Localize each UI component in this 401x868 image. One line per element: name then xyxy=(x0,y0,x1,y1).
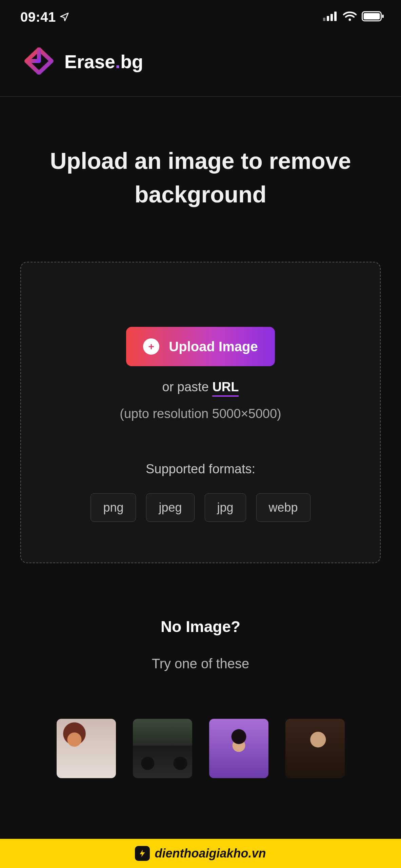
brand-name: Erase.bg xyxy=(64,51,143,73)
no-image-title: No Image? xyxy=(17,617,384,636)
battery-icon xyxy=(362,11,384,23)
format-list: png jpeg jpg webp xyxy=(35,493,366,522)
format-chip-jpeg: jpeg xyxy=(146,493,194,522)
plus-icon: + xyxy=(143,338,159,355)
sample-thumb-4[interactable] xyxy=(285,719,345,778)
sample-thumb-3[interactable] xyxy=(209,719,268,778)
resolution-note: (upto resolution 5000×5000) xyxy=(35,407,366,421)
paste-prefix: or paste xyxy=(162,380,213,394)
footer-banner: dienthoaigiakho.vn xyxy=(0,839,401,868)
paste-url-line: or paste URL xyxy=(35,380,366,394)
brand-name-dot: . xyxy=(115,51,120,72)
main-content: Upload an image to remove background + U… xyxy=(0,97,401,778)
status-bar: 09:41 xyxy=(0,0,401,34)
svg-rect-1 xyxy=(327,16,329,21)
svg-rect-7 xyxy=(382,15,384,18)
svg-rect-6 xyxy=(364,13,380,20)
upload-image-button[interactable]: + Upload Image xyxy=(126,327,275,366)
svg-point-4 xyxy=(349,19,351,21)
app-header: Erase.bg xyxy=(0,34,401,97)
sample-thumb-1[interactable] xyxy=(57,719,116,778)
footer-text: dienthoaigiakho.vn xyxy=(155,846,266,861)
wifi-icon xyxy=(343,11,357,23)
cellular-icon xyxy=(323,12,338,22)
page-title: Upload an image to remove background xyxy=(17,144,384,211)
status-right xyxy=(323,11,384,23)
status-time: 09:41 xyxy=(20,9,56,25)
format-chip-jpg: jpg xyxy=(205,493,246,522)
try-one-text: Try one of these xyxy=(17,656,384,671)
format-chip-webp: webp xyxy=(256,493,310,522)
upload-button-label: Upload Image xyxy=(169,339,258,354)
sample-row xyxy=(17,719,384,778)
status-left: 09:41 xyxy=(20,9,69,25)
svg-rect-0 xyxy=(323,18,325,21)
no-image-section: No Image? Try one of these xyxy=(17,617,384,778)
brand-logo-icon xyxy=(24,47,54,76)
location-icon xyxy=(59,12,69,22)
paste-url-link[interactable]: URL xyxy=(212,380,239,397)
footer-logo-icon xyxy=(135,846,150,861)
svg-rect-2 xyxy=(330,14,333,21)
format-chip-png: png xyxy=(91,493,136,522)
sample-thumb-2[interactable] xyxy=(133,719,192,778)
supported-formats-label: Supported formats: xyxy=(35,462,366,476)
brand-name-post: bg xyxy=(120,51,143,72)
brand-name-pre: Erase xyxy=(64,51,115,72)
upload-dropzone[interactable]: + Upload Image or paste URL (upto resolu… xyxy=(20,262,381,563)
svg-rect-3 xyxy=(334,12,337,21)
